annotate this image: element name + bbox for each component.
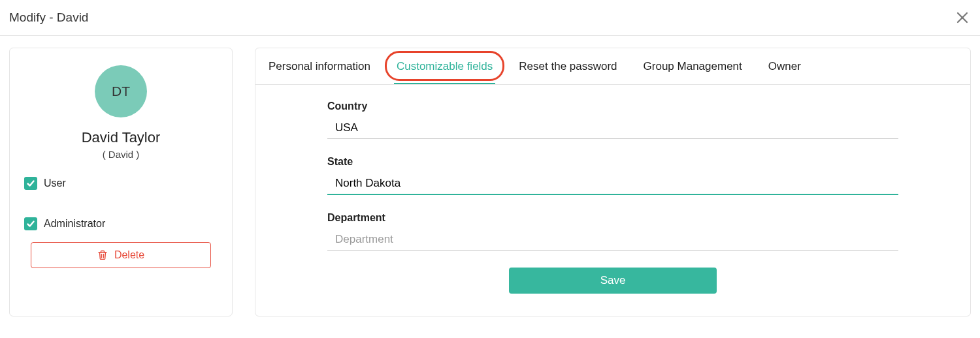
user-full-name: David Taylor (24, 129, 218, 146)
role-admin-row[interactable]: Administrator (24, 217, 218, 230)
save-button[interactable]: Save (509, 268, 717, 294)
department-label: Department (327, 212, 898, 224)
tab-reset-password[interactable]: Reset the password (519, 50, 617, 84)
tab-group-management[interactable]: Group Management (644, 50, 742, 84)
form-area: Country State Department Save (255, 85, 970, 316)
avatar-block: DT David Taylor ( David ) (24, 65, 218, 160)
field-department: Department (327, 212, 898, 251)
delete-button[interactable]: Delete (31, 242, 211, 268)
avatar: DT (95, 65, 147, 117)
state-label: State (327, 156, 898, 168)
department-input[interactable] (327, 229, 898, 251)
close-icon (956, 12, 968, 23)
tabs-bar: Personal information Customizable fields… (255, 48, 970, 85)
tab-personal-info[interactable]: Personal information (269, 50, 370, 84)
country-input[interactable] (327, 117, 898, 139)
role-user-checkbox[interactable] (24, 177, 37, 190)
field-country: Country (327, 100, 898, 139)
field-state: State (327, 156, 898, 195)
check-icon (26, 219, 35, 228)
role-admin-checkbox[interactable] (24, 217, 37, 230)
content-wrap: DT David Taylor ( David ) User Administr… (0, 36, 980, 328)
tab-customizable-fields[interactable]: Customizable fields (397, 50, 493, 84)
profile-card: DT David Taylor ( David ) User Administr… (9, 48, 233, 316)
modal-title: Modify - David (9, 10, 88, 25)
close-button[interactable] (956, 9, 968, 26)
modal-header: Modify - David (0, 0, 980, 36)
role-admin-label: Administrator (44, 218, 105, 230)
trash-icon (97, 250, 108, 260)
main-panel: Personal information Customizable fields… (255, 48, 971, 316)
state-input[interactable] (327, 173, 898, 195)
role-user-row[interactable]: User (24, 177, 218, 190)
tab-owner[interactable]: Owner (768, 50, 801, 84)
role-user-label: User (44, 177, 66, 189)
user-handle: ( David ) (24, 149, 218, 160)
delete-label: Delete (114, 249, 144, 261)
check-icon (26, 179, 35, 188)
country-label: Country (327, 100, 898, 112)
